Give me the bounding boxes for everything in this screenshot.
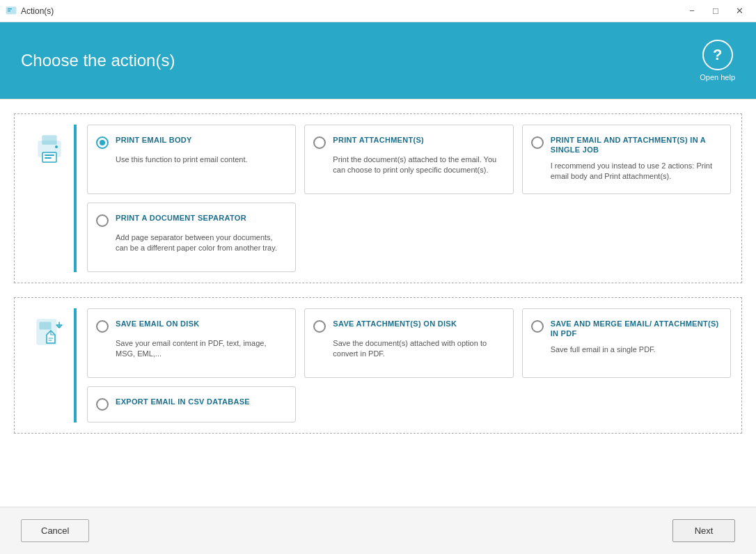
card-print-email-body-title: PRINT EMAIL BODY bbox=[116, 135, 192, 145]
card-export-email-csv-header: EXPORT EMAIL IN CSV DATABASE bbox=[96, 397, 285, 411]
svg-rect-4 bbox=[42, 136, 56, 144]
radio-print-attachments[interactable] bbox=[313, 136, 326, 149]
svg-rect-7 bbox=[45, 157, 52, 159]
radio-export-email-csv[interactable] bbox=[96, 398, 109, 411]
radio-print-email-body[interactable] bbox=[96, 136, 109, 149]
save-section: SAVE EMAIL ON DISK Save your email conte… bbox=[14, 297, 742, 434]
card-print-document-separator-desc: Add page separator between your document… bbox=[96, 232, 285, 254]
footer: Cancel Next bbox=[0, 507, 756, 554]
svg-rect-6 bbox=[45, 155, 54, 156]
header: Choose the action(s) ? Open help bbox=[0, 22, 756, 99]
card-print-document-separator-header: PRINT A DOCUMENT SEPARATOR bbox=[96, 213, 285, 227]
card-print-email-body-desc: Use this function to print email content… bbox=[96, 155, 285, 165]
help-icon: ? bbox=[702, 40, 733, 70]
svg-rect-0 bbox=[6, 7, 16, 14]
card-print-document-separator-title: PRINT A DOCUMENT SEPARATOR bbox=[116, 213, 246, 223]
card-print-email-body[interactable]: PRINT EMAIL BODY Use this function to pr… bbox=[87, 125, 296, 194]
card-save-email-disk-desc: Save your email content in PDF, text, im… bbox=[96, 338, 285, 360]
next-button[interactable]: Next bbox=[672, 519, 735, 542]
help-label: Open help bbox=[700, 73, 735, 81]
card-print-document-separator[interactable]: PRINT A DOCUMENT SEPARATOR Add page sepa… bbox=[87, 203, 296, 272]
card-print-email-and-attachments[interactable]: PRINT EMAIL AND ATTACHMENT(S) IN A SINGL… bbox=[522, 125, 731, 194]
radio-save-merge-pdf[interactable] bbox=[531, 320, 544, 333]
radio-save-attachments-disk[interactable] bbox=[313, 320, 326, 333]
print-section-divider bbox=[74, 125, 77, 272]
svg-rect-1 bbox=[8, 8, 12, 10]
cancel-button[interactable]: Cancel bbox=[21, 519, 89, 542]
minimize-button[interactable]: − bbox=[681, 4, 703, 18]
maximize-button[interactable]: □ bbox=[704, 4, 727, 18]
card-save-merge-pdf[interactable]: SAVE AND MERGE EMAIL/ ATTACHMENT(S) IN P… bbox=[522, 308, 731, 378]
svg-rect-10 bbox=[40, 322, 51, 329]
card-save-merge-pdf-title: SAVE AND MERGE EMAIL/ ATTACHMENT(S) IN P… bbox=[551, 319, 720, 339]
save-section-icon bbox=[25, 308, 74, 422]
title-bar: Action(s) − □ ✕ bbox=[0, 0, 756, 22]
card-save-email-disk[interactable]: SAVE EMAIL ON DISK Save your email conte… bbox=[87, 308, 296, 378]
card-print-email-and-attachments-title: PRINT EMAIL AND ATTACHMENT(S) IN A SINGL… bbox=[551, 135, 720, 155]
print-cards-grid: PRINT EMAIL BODY Use this function to pr… bbox=[87, 125, 731, 272]
open-help-button[interactable]: ? Open help bbox=[700, 40, 735, 81]
close-button[interactable]: ✕ bbox=[728, 4, 750, 18]
card-print-attachments-desc: Print the document(s) attached to the em… bbox=[313, 155, 503, 176]
radio-print-email-and-attachments[interactable] bbox=[531, 136, 544, 149]
card-save-email-disk-header: SAVE EMAIL ON DISK bbox=[96, 319, 285, 333]
page-title: Choose the action(s) bbox=[21, 51, 175, 70]
card-export-email-csv-title: EXPORT EMAIL IN CSV DATABASE bbox=[116, 397, 250, 406]
card-save-attachments-disk-title: SAVE ATTACHMENT(S) ON DISK bbox=[333, 319, 457, 329]
print-section: PRINT EMAIL BODY Use this function to pr… bbox=[14, 113, 742, 283]
svg-point-8 bbox=[55, 145, 58, 148]
card-save-email-disk-title: SAVE EMAIL ON DISK bbox=[116, 319, 200, 329]
app-icon bbox=[6, 6, 17, 17]
save-cards-grid: SAVE EMAIL ON DISK Save your email conte… bbox=[87, 308, 731, 422]
radio-print-document-separator[interactable] bbox=[96, 214, 109, 227]
card-print-email-body-header: PRINT EMAIL BODY bbox=[96, 135, 285, 149]
card-export-email-csv[interactable]: EXPORT EMAIL IN CSV DATABASE bbox=[87, 386, 296, 422]
save-section-divider bbox=[74, 308, 77, 422]
card-print-attachments-title: PRINT ATTACHMENT(S) bbox=[333, 135, 424, 145]
card-save-attachments-disk[interactable]: SAVE ATTACHMENT(S) ON DISK Save the docu… bbox=[304, 308, 513, 378]
print-section-icon bbox=[25, 125, 74, 272]
scroll-area[interactable]: PRINT EMAIL BODY Use this function to pr… bbox=[0, 100, 756, 507]
card-print-attachments[interactable]: PRINT ATTACHMENT(S) Print the document(s… bbox=[304, 125, 513, 194]
card-save-merge-pdf-desc: Save full email in a single PDF. bbox=[531, 345, 720, 355]
window-controls: − □ ✕ bbox=[681, 4, 750, 18]
card-print-email-and-attachments-desc: I recommend you instead to use 2 actions… bbox=[531, 161, 720, 182]
card-save-attachments-disk-desc: Save the document(s) attached with optio… bbox=[313, 338, 503, 360]
window-title: Action(s) bbox=[21, 6, 681, 16]
card-print-email-and-attachments-header: PRINT EMAIL AND ATTACHMENT(S) IN A SINGL… bbox=[531, 135, 720, 155]
card-save-merge-pdf-header: SAVE AND MERGE EMAIL/ ATTACHMENT(S) IN P… bbox=[531, 319, 720, 339]
main-content: PRINT EMAIL BODY Use this function to pr… bbox=[0, 99, 756, 507]
card-save-attachments-disk-header: SAVE ATTACHMENT(S) ON DISK bbox=[313, 319, 503, 333]
card-print-attachments-header: PRINT ATTACHMENT(S) bbox=[313, 135, 503, 149]
svg-rect-2 bbox=[8, 10, 10, 12]
radio-save-email-disk[interactable] bbox=[96, 320, 109, 333]
